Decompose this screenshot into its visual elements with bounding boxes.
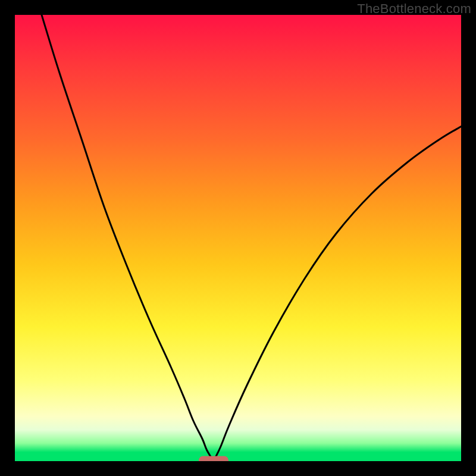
curve-path bbox=[42, 15, 461, 461]
bottleneck-curve bbox=[15, 15, 461, 461]
chart-frame: TheBottleneck.com bbox=[0, 0, 476, 476]
optimal-marker bbox=[199, 456, 228, 461]
plot-area bbox=[15, 15, 461, 461]
